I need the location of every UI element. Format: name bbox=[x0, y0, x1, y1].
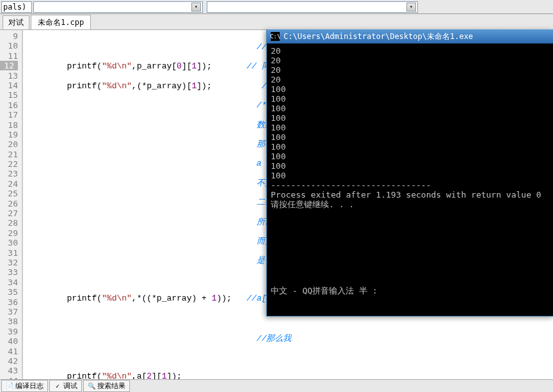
toolbar: pals) ▾ ▾ bbox=[0, 0, 553, 14]
log-icon: 📄 bbox=[6, 382, 13, 390]
combo-member[interactable]: ▾ bbox=[207, 1, 418, 13]
side-panel-tab[interactable]: 对试 bbox=[3, 15, 29, 29]
console-output: 20 20 20 20 100 100 100 100 100 100 100 … bbox=[267, 43, 553, 298]
console-title-text: C:\Users\Administrator\Desktop\未命名1.exe bbox=[284, 31, 473, 42]
console-window[interactable]: C:\ C:\Users\Administrator\Desktop\未命名1.… bbox=[266, 29, 553, 317]
bottom-panel-tabs: 📄编译日志 ✓调试 🔍搜索结果 bbox=[0, 379, 553, 392]
bug-icon: ✓ bbox=[54, 382, 61, 390]
file-tab[interactable]: 未命名1.cpp bbox=[31, 15, 91, 30]
tab-search-results[interactable]: 🔍搜索结果 bbox=[83, 380, 130, 392]
combo-scope[interactable]: pals) bbox=[1, 1, 32, 13]
chevron-down-icon[interactable]: ▾ bbox=[191, 3, 201, 12]
combo-text: pals) bbox=[3, 3, 26, 12]
search-icon: 🔍 bbox=[88, 382, 95, 390]
combo-class[interactable]: ▾ bbox=[33, 1, 203, 13]
chevron-down-icon[interactable]: ▾ bbox=[406, 3, 416, 12]
line-gutter: 9 10 11 12 13 14 15 16 17 18 19 20 21 22… bbox=[0, 30, 22, 389]
tab-bar: 对试 未命名1.cpp bbox=[0, 14, 553, 29]
tab-compile-log[interactable]: 📄编译日志 bbox=[1, 380, 48, 392]
tab-debug[interactable]: ✓调试 bbox=[49, 380, 82, 392]
breakpoint-marker[interactable]: 12 bbox=[0, 61, 18, 70]
console-titlebar[interactable]: C:\ C:\Users\Administrator\Desktop\未命名1.… bbox=[267, 29, 553, 43]
cmd-icon: C:\ bbox=[271, 32, 280, 41]
